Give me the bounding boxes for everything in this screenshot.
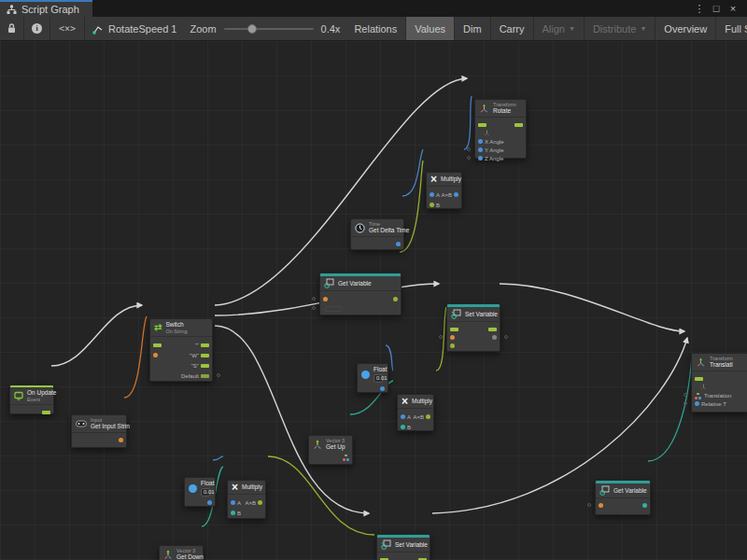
node-float-bottom[interactable]: Float 0.01 xyxy=(184,477,216,507)
node-get-variable-top[interactable]: Get Variable xyxy=(319,273,402,315)
node-title: On Update xyxy=(27,389,49,397)
value-out-port[interactable] xyxy=(393,297,398,301)
dim-button[interactable]: Dim xyxy=(455,17,491,40)
node-get-delta-time[interactable]: Time Get Delta Time xyxy=(350,218,404,250)
translation-in-port[interactable] xyxy=(695,393,701,399)
node-switch-on-string[interactable]: ⇄ Switch On String "" "W" "S" Default xyxy=(149,318,213,382)
b-in-port[interactable] xyxy=(231,511,235,515)
node-set-variable-bottom[interactable]: Set Variable xyxy=(376,534,430,560)
info-button[interactable]: i xyxy=(24,17,50,40)
float-value-field[interactable]: 0.01 xyxy=(201,488,210,497)
vector3-out-port[interactable] xyxy=(343,455,349,461)
name-field[interactable] xyxy=(325,306,342,312)
float-value-field[interactable]: 0.01 xyxy=(374,374,383,383)
z-angle-port[interactable] xyxy=(478,156,483,161)
float-out-port[interactable] xyxy=(396,242,401,246)
flow-in-port[interactable] xyxy=(450,328,458,331)
wire-lime-multiply-setvarbot xyxy=(268,456,374,535)
node-title: Multiply xyxy=(441,175,461,183)
zoom-slider-thumb[interactable] xyxy=(247,24,257,34)
node-on-update[interactable]: On Update Event xyxy=(9,385,54,414)
node-get-input-string[interactable]: Input Get Input Strin xyxy=(71,414,127,448)
a-in-port[interactable] xyxy=(401,414,405,419)
node-title: Get Input Strin xyxy=(91,423,121,430)
values-button[interactable]: Values xyxy=(406,17,455,40)
graph-toolbar: i <×> RotateSpeed 1 Zoom 0.4x Relations … xyxy=(0,17,747,41)
x-angle-port[interactable] xyxy=(478,139,483,144)
b-in-port[interactable] xyxy=(430,203,434,207)
node-multiply-mid[interactable]: × Multiply A A×B B xyxy=(397,394,434,431)
code-view-button[interactable]: <×> xyxy=(50,17,85,40)
ghost-port xyxy=(504,335,508,339)
flow-out-port[interactable] xyxy=(42,411,50,414)
lock-button[interactable] xyxy=(0,17,24,40)
ghost-port xyxy=(467,156,471,160)
node-rotate[interactable]: Transform Rotate X Angle Y Angle Z Angle xyxy=(474,99,527,159)
zoom-slider[interactable] xyxy=(224,28,314,30)
node-get-up[interactable]: Vector 3 Get Up xyxy=(308,435,353,465)
name-in-port[interactable] xyxy=(599,503,603,508)
window-menu-icon[interactable]: ⋮ xyxy=(691,3,708,15)
close-icon[interactable]: × xyxy=(725,3,741,14)
fullscreen-button[interactable]: Full Scre xyxy=(716,17,747,40)
name-in-port[interactable] xyxy=(323,297,328,301)
distribute-dropdown[interactable]: Distribute ▼ xyxy=(585,17,655,40)
a-in-port[interactable] xyxy=(430,192,434,197)
case-out-port[interactable] xyxy=(201,354,209,357)
flow-in-port[interactable] xyxy=(695,377,703,381)
transform-target-icon xyxy=(700,384,707,390)
out-port[interactable] xyxy=(258,500,262,505)
relations-button[interactable]: Relations xyxy=(345,17,406,40)
selector-in-port[interactable] xyxy=(153,353,158,357)
node-multiply-top[interactable]: × Multiply A A×B B xyxy=(426,172,462,209)
port-label: Relative T xyxy=(701,401,726,407)
node-get-down[interactable]: Vector 3 Get Down xyxy=(159,545,204,560)
case-out-port[interactable] xyxy=(201,343,209,347)
float-out-port[interactable] xyxy=(380,386,385,391)
out-port[interactable] xyxy=(426,414,430,419)
variable-icon xyxy=(599,485,610,496)
maximize-icon[interactable]: □ xyxy=(708,3,725,14)
flow-out-port[interactable] xyxy=(488,328,497,331)
out-port[interactable] xyxy=(454,192,458,197)
node-get-variable-right[interactable]: Get Variable xyxy=(595,480,651,515)
tab-script-graph[interactable]: Script Graph xyxy=(0,0,92,17)
ghost-port xyxy=(684,393,687,397)
float-out-port[interactable] xyxy=(207,500,212,505)
string-out-port[interactable] xyxy=(119,438,123,442)
name-in-port[interactable] xyxy=(450,335,455,340)
a-in-port[interactable] xyxy=(231,500,235,505)
node-multiply-bottom[interactable]: × Multiply A A×B B xyxy=(227,480,266,519)
case-out-port[interactable] xyxy=(201,364,209,368)
node-title: Get Variable xyxy=(613,487,647,495)
graph-breadcrumb[interactable]: RotateSpeed 1 xyxy=(85,17,184,40)
port-label: Y Angle xyxy=(485,147,504,153)
flow-in-port[interactable] xyxy=(478,123,486,127)
chevron-down-icon: ▼ xyxy=(640,25,646,32)
overview-button[interactable]: Overview xyxy=(655,17,716,40)
title-bar: Script Graph ⋮ □ × xyxy=(0,0,747,17)
multiply-icon: × xyxy=(430,175,437,184)
carry-button[interactable]: Carry xyxy=(491,17,534,40)
relative-to-port[interactable] xyxy=(695,401,699,406)
transform-icon xyxy=(696,357,706,368)
value-out-port[interactable] xyxy=(642,503,647,508)
float-icon xyxy=(361,371,370,379)
node-title: Float xyxy=(374,366,383,373)
node-set-variable-mid[interactable]: Set Variable xyxy=(446,303,500,352)
script-graph-icon xyxy=(7,5,17,15)
flow-in-port[interactable] xyxy=(153,343,162,347)
graph-canvas[interactable]: On Update Event Input Get Input Strin ⇄ … xyxy=(0,41,747,560)
value-in-port[interactable] xyxy=(450,343,455,348)
default-out-port[interactable] xyxy=(201,374,209,378)
node-title: Set Variable xyxy=(465,311,498,318)
distribute-label: Distribute xyxy=(593,23,636,35)
value-out-port[interactable] xyxy=(492,335,497,340)
y-angle-port[interactable] xyxy=(478,147,483,152)
b-in-port[interactable] xyxy=(401,425,405,429)
node-title: Set Variable xyxy=(395,541,428,549)
align-dropdown[interactable]: Align ▼ xyxy=(534,17,585,40)
node-translate[interactable]: Transform Translati Translation Relative… xyxy=(691,353,747,413)
flow-out-port[interactable] xyxy=(514,123,523,127)
node-float-mid[interactable]: Float 0.01 xyxy=(357,363,388,393)
